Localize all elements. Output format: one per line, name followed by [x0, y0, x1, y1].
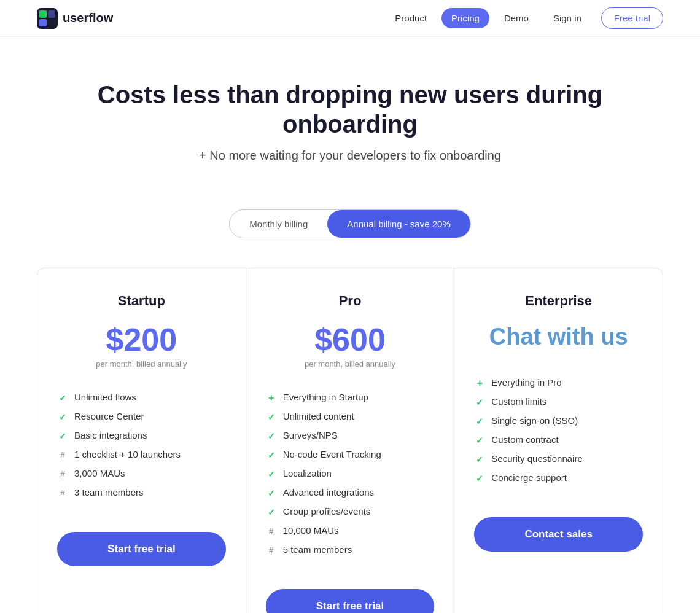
nav-free-trial-button[interactable]: Free trial [601, 7, 663, 29]
feature-text: No-code Event Tracking [283, 449, 381, 459]
check-icon: ✓ [266, 450, 277, 461]
navbar: userflow Product Pricing Demo Sign in Fr… [0, 0, 700, 37]
feature-text: Advanced integrations [283, 487, 374, 498]
list-item: ✓ Custom limits [474, 392, 643, 412]
hash-icon: # [57, 469, 68, 480]
list-item: ✓ Unlimited content [266, 407, 435, 426]
enterprise-contact-sales-button[interactable]: Contact sales [474, 517, 643, 552]
logo-text: userflow [63, 11, 113, 25]
check-icon: ✓ [57, 392, 68, 404]
plus-icon: + [266, 392, 277, 404]
pro-features-list: + Everything in Startup ✓ Unlimited cont… [266, 388, 435, 560]
pro-plan-card: Pro $600 per month, billed annually + Ev… [246, 268, 455, 613]
list-item: ✓ Custom contract [474, 431, 643, 450]
logo[interactable]: userflow [37, 8, 113, 29]
hero-section: Costs less than dropping new users durin… [0, 37, 700, 187]
hash-icon: # [57, 488, 68, 499]
pro-plan-price: $600 [266, 324, 435, 356]
list-item: # 5 team members [266, 541, 435, 560]
startup-plan-price: $200 [57, 324, 226, 356]
list-item: ✓ Basic integrations [57, 426, 226, 445]
hash-icon: # [57, 450, 68, 461]
check-icon: ✓ [474, 454, 485, 465]
check-icon: ✓ [266, 469, 277, 480]
billing-toggle: Monthly billing Annual billing - save 20… [0, 209, 700, 238]
feature-text: 10,000 MAUs [283, 525, 339, 536]
list-item: ✓ Localization [266, 464, 435, 483]
list-item: # 3 team members [57, 483, 226, 502]
nav-product[interactable]: Product [385, 8, 437, 28]
svg-rect-3 [48, 10, 55, 18]
nav-links: Product Pricing Demo Sign in Free trial [385, 7, 663, 29]
list-item: # 1 checklist + 10 launchers [57, 445, 226, 464]
hash-icon: # [266, 545, 277, 556]
feature-text: 3,000 MAUs [74, 468, 125, 478]
list-item: ✓ No-code Event Tracking [266, 445, 435, 464]
feature-text: 3 team members [74, 487, 144, 498]
feature-text: Group profiles/events [283, 506, 371, 517]
list-item: ✓ Advanced integrations [266, 483, 435, 502]
pro-plan-name: Pro [266, 293, 435, 309]
feature-text: Custom contract [491, 434, 558, 445]
list-item: + Everything in Startup [266, 388, 435, 407]
list-item: ✓ Surveys/NPS [266, 426, 435, 445]
startup-plan-name: Startup [57, 293, 226, 309]
check-icon: ✓ [474, 397, 485, 408]
feature-text: Unlimited flows [74, 392, 136, 402]
startup-start-trial-button[interactable]: Start free trial [57, 532, 226, 566]
feature-text: Everything in Startup [283, 392, 368, 402]
logo-icon [37, 8, 58, 29]
list-item: ✓ Concierge support [474, 469, 643, 488]
feature-text: Unlimited content [283, 411, 354, 421]
billing-toggle-container: Monthly billing Annual billing - save 20… [229, 209, 470, 238]
feature-text: Localization [283, 468, 332, 478]
pricing-section: Startup $200 per month, billed annually … [0, 268, 700, 613]
list-item: ✓ Unlimited flows [57, 388, 226, 407]
feature-text: 1 checklist + 10 launchers [74, 449, 181, 459]
check-icon: ✓ [266, 488, 277, 499]
list-item: ✓ Group profiles/events [266, 502, 435, 521]
svg-rect-1 [39, 10, 47, 18]
feature-text: Everything in Pro [491, 377, 561, 388]
startup-plan-card: Startup $200 per month, billed annually … [37, 268, 246, 613]
hash-icon: # [266, 526, 277, 537]
check-icon: ✓ [474, 435, 485, 446]
svg-rect-2 [39, 19, 47, 26]
plus-icon: + [474, 378, 485, 389]
startup-price-note: per month, billed annually [57, 359, 226, 369]
check-icon: ✓ [57, 431, 68, 442]
list-item: # 10,000 MAUs [266, 521, 435, 541]
nav-signin[interactable]: Sign in [543, 8, 591, 28]
list-item: ✓ Single sign-on (SSO) [474, 412, 643, 431]
enterprise-chat-text: Chat with us [474, 324, 643, 350]
feature-text: Single sign-on (SSO) [491, 415, 578, 426]
pro-price-note: per month, billed annually [266, 359, 435, 369]
list-item: ✓ Resource Center [57, 407, 226, 426]
check-icon: ✓ [266, 431, 277, 442]
check-icon: ✓ [266, 507, 277, 518]
list-item: ✓ Security questionnaire [474, 450, 643, 469]
check-icon: ✓ [57, 412, 68, 423]
nav-pricing[interactable]: Pricing [441, 8, 489, 28]
monthly-billing-button[interactable]: Monthly billing [230, 210, 327, 238]
nav-demo[interactable]: Demo [494, 8, 539, 28]
enterprise-plan-card: Enterprise Chat with us + Everything in … [454, 268, 663, 613]
list-item: # 3,000 MAUs [57, 464, 226, 483]
startup-features-list: ✓ Unlimited flows ✓ Resource Center ✓ Ba… [57, 388, 226, 502]
list-item: + Everything in Pro [474, 373, 643, 392]
hero-subtitle: + No more waiting for your developers to… [37, 149, 663, 163]
feature-text: Surveys/NPS [283, 430, 338, 440]
enterprise-plan-name: Enterprise [474, 293, 643, 309]
hero-title: Costs less than dropping new users durin… [37, 80, 663, 139]
annual-billing-button[interactable]: Annual billing - save 20% [327, 210, 470, 238]
check-icon: ✓ [474, 416, 485, 427]
feature-text: Concierge support [491, 472, 567, 483]
enterprise-features-list: + Everything in Pro ✓ Custom limits ✓ Si… [474, 373, 643, 488]
feature-text: Custom limits [491, 396, 546, 407]
feature-text: Security questionnaire [491, 453, 582, 464]
check-icon: ✓ [266, 412, 277, 423]
feature-text: Basic integrations [74, 430, 147, 440]
feature-text: Resource Center [74, 411, 144, 421]
pro-start-trial-button[interactable]: Start free trial [266, 589, 435, 613]
check-icon: ✓ [474, 473, 485, 484]
